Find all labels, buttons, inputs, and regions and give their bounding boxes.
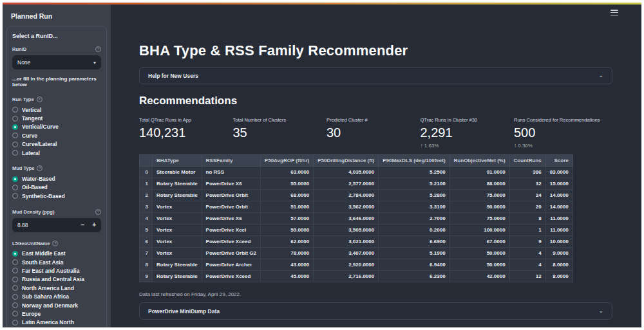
table-cell[interactable]: PowerDrive Xceed <box>202 271 260 282</box>
radio-unchecked-icon[interactable] <box>12 150 18 156</box>
table-row[interactable]: 3VortexPowerDrive Orbit51.00003,562.0000… <box>140 201 573 213</box>
table-row[interactable]: 8Rotary SteerablePowerDrive Archer43.000… <box>140 259 573 271</box>
table-cell[interactable]: PowerDrive X6 <box>202 213 260 225</box>
table-cell[interactable]: 63.0000 <box>260 167 313 178</box>
table-cell[interactable]: 88.0000 <box>450 178 509 190</box>
table-cell[interactable]: 5.2500 <box>379 167 450 178</box>
table-cell[interactable]: PowerDrive Orbit G2 <box>202 248 260 259</box>
chevron-down-icon[interactable]: ⌄ <box>598 308 603 314</box>
table-cell[interactable]: Rotary Steerable <box>153 259 202 271</box>
radio-option[interactable]: Vertical <box>12 105 101 114</box>
column-header[interactable] <box>140 155 153 167</box>
table-cell[interactable]: PowerDrive Orbit <box>202 201 260 213</box>
table-cell[interactable]: PowerDrive Xcel <box>202 225 260 236</box>
radio-option[interactable]: Sub Sahara Africa <box>12 292 101 300</box>
table-cell[interactable]: 2,784.0000 <box>314 190 379 201</box>
table-cell[interactable]: 51.0000 <box>260 201 313 213</box>
mud-density-input[interactable]: 8.88 – + <box>12 218 101 232</box>
column-header[interactable]: BHAType <box>153 155 202 167</box>
radio-option[interactable]: Water-Based <box>12 174 101 183</box>
table-cell[interactable]: Vortex <box>153 225 202 236</box>
table-cell[interactable]: Vortex <box>153 201 202 213</box>
table-cell[interactable]: Vortex <box>153 248 202 259</box>
chevron-down-icon[interactable]: ⌄ <box>598 73 603 78</box>
row-index-cell[interactable]: 4 <box>140 213 153 225</box>
table-cell[interactable]: no RSS <box>202 167 260 178</box>
table-cell[interactable]: 10.0000 <box>545 236 573 248</box>
column-header[interactable]: P90MaxDLS (deg/100feet) <box>379 155 450 167</box>
table-cell[interactable]: 32 <box>509 178 545 190</box>
table-cell[interactable]: 67.0000 <box>450 236 509 248</box>
table-cell[interactable]: 6.9400 <box>379 259 450 271</box>
radio-option[interactable]: Russia and Central Asia <box>12 275 101 284</box>
radio-unchecked-icon[interactable] <box>12 107 18 113</box>
radio-option[interactable]: Norway and Denmark <box>12 301 101 309</box>
radio-unchecked-icon[interactable] <box>12 116 18 122</box>
radio-unchecked-icon[interactable] <box>12 320 18 325</box>
column-header[interactable]: Score <box>545 155 573 167</box>
table-cell[interactable]: 14.0000 <box>545 190 573 201</box>
table-cell[interactable]: 20 <box>509 201 545 213</box>
table-cell[interactable]: 45.0000 <box>260 271 313 282</box>
table-cell[interactable]: 9.0000 <box>545 248 573 259</box>
hamburger-menu-icon[interactable] <box>611 10 618 17</box>
radio-unchecked-icon[interactable] <box>12 268 18 273</box>
radio-checked-icon[interactable] <box>12 124 18 130</box>
radio-option[interactable]: North America Land <box>12 284 101 292</box>
table-cell[interactable]: 6.2300 <box>379 271 450 282</box>
radio-unchecked-icon[interactable] <box>12 277 18 282</box>
decrement-icon[interactable]: – <box>81 221 85 228</box>
help-for-new-users-expander[interactable]: Help for New Users ⌄ <box>139 67 612 84</box>
table-cell[interactable]: 59.0000 <box>260 225 313 236</box>
row-index-cell[interactable]: 8 <box>140 259 153 271</box>
table-cell[interactable]: 386 <box>509 167 545 178</box>
radio-option[interactable]: Far East and Australia <box>12 266 101 275</box>
radio-option[interactable]: Lateral <box>12 149 101 157</box>
table-cell[interactable]: 50.0000 <box>450 259 509 271</box>
table-cell[interactable]: 3,505.0000 <box>314 225 379 236</box>
table-cell[interactable]: 68.0000 <box>260 190 313 201</box>
radio-option[interactable]: North Africa <box>12 327 101 327</box>
table-row[interactable]: 0Steerable Motorno RSS63.00004,035.00005… <box>140 167 573 178</box>
table-cell[interactable]: 0.2000 <box>379 225 450 236</box>
table-cell[interactable]: PowerDrive X6 <box>202 178 260 190</box>
help-icon[interactable]: ? <box>52 241 58 246</box>
table-cell[interactable]: 12 <box>509 271 545 282</box>
table-cell[interactable]: 78.0000 <box>260 248 313 259</box>
table-cell[interactable]: 91.0000 <box>450 167 509 178</box>
radio-option[interactable]: Curve/Lateral <box>12 140 101 149</box>
table-cell[interactable]: Vortex <box>153 236 202 248</box>
table-cell[interactable]: 5.2100 <box>379 178 450 190</box>
table-cell[interactable]: 3,562.0000 <box>314 201 379 213</box>
table-cell[interactable]: 6.6900 <box>379 236 450 248</box>
row-index-cell[interactable]: 1 <box>140 178 153 190</box>
table-cell[interactable]: PowerDrive Xceed <box>202 236 260 248</box>
table-cell[interactable]: 4,035.0000 <box>314 167 379 178</box>
table-cell[interactable]: PowerDrive Archer <box>202 259 260 271</box>
increment-icon[interactable]: + <box>92 221 96 228</box>
row-index-cell[interactable]: 9 <box>140 271 153 282</box>
row-index-cell[interactable]: 5 <box>140 225 153 236</box>
radio-checked-icon[interactable] <box>12 251 18 257</box>
radio-option[interactable]: Vertical/Curve <box>12 123 101 131</box>
radio-option[interactable]: Oil-Based <box>12 183 101 192</box>
table-row[interactable]: 2Rotary SteerablePowerDrive Orbit68.0000… <box>140 190 573 201</box>
radio-unchecked-icon[interactable] <box>12 285 18 291</box>
table-cell[interactable]: 75.0000 <box>450 213 509 225</box>
table-cell[interactable]: 15.0000 <box>545 178 573 190</box>
table-cell[interactable]: Rotary Steerable <box>153 271 202 282</box>
table-row[interactable]: 9Rotary SteerablePowerDrive Xceed45.0000… <box>140 271 573 282</box>
table-cell[interactable]: 9 <box>509 236 545 248</box>
table-cell[interactable]: 8.0000 <box>545 271 573 282</box>
table-row[interactable]: 4VortexPowerDrive X657.00003,646.00002.7… <box>140 213 573 225</box>
radio-checked-icon[interactable] <box>12 176 18 182</box>
row-index-cell[interactable]: 6 <box>140 236 153 248</box>
radio-unchecked-icon[interactable] <box>12 311 18 316</box>
radio-option[interactable]: East Middle East <box>12 250 101 258</box>
table-cell[interactable]: 75.0000 <box>450 190 509 201</box>
radio-option[interactable]: South East Asia <box>12 258 101 266</box>
table-cell[interactable]: Rotary Steerable <box>153 178 202 190</box>
help-icon[interactable]: ? <box>37 96 43 102</box>
table-cell[interactable]: 83.0000 <box>545 167 573 178</box>
table-cell[interactable]: 50.0000 <box>450 248 509 259</box>
